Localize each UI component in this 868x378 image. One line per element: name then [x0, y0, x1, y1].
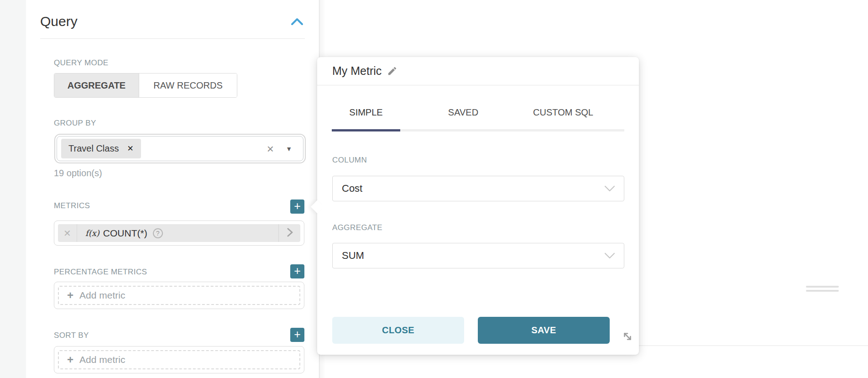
active-tab-indicator	[332, 129, 400, 131]
section-header-divider	[40, 38, 305, 39]
chart-builder-screen: Query QUERY MODE AGGREGATE RAW RECORDS G…	[0, 0, 868, 378]
popover-resize-handle[interactable]	[621, 331, 634, 344]
chart-area-divider	[638, 345, 868, 346]
column-select[interactable]: Cost	[332, 176, 624, 201]
group-by-chip[interactable]: Travel Class ✕	[61, 139, 141, 158]
plus-icon: +	[294, 200, 301, 212]
diagonal-resize-icon	[622, 331, 633, 344]
add-metric-button[interactable]: +	[290, 200, 304, 214]
metric-expand-button[interactable]	[278, 224, 300, 242]
percentage-metrics-control: + Add metric	[54, 282, 304, 309]
tab-custom-sql[interactable]: CUSTOM SQL	[518, 107, 609, 122]
chevron-up-icon	[291, 17, 303, 28]
plus-icon: +	[67, 289, 73, 302]
group-by-options-hint: 19 option(s)	[54, 168, 102, 178]
metrics-control: ✕ f(x) COUNT(*) ?	[54, 220, 304, 246]
aggregate-value: SUM	[342, 250, 364, 262]
chevron-down-icon	[604, 185, 616, 192]
tab-saved[interactable]: SAVED	[429, 107, 497, 122]
pane-drag-handle-line[interactable]	[806, 290, 839, 292]
query-mode-raw-records-button[interactable]: RAW RECORDS	[139, 74, 237, 97]
chevron-right-icon	[286, 227, 293, 240]
group-by-select[interactable]: Travel Class ✕ × ▼	[57, 136, 303, 161]
edit-pencil-icon[interactable]	[387, 66, 397, 76]
popover-arrow	[311, 200, 324, 213]
select-clear-icon[interactable]: ×	[267, 143, 274, 155]
close-button[interactable]: CLOSE	[332, 317, 464, 344]
column-value: Cost	[342, 183, 362, 194]
chip-remove-icon[interactable]: ✕	[127, 144, 133, 153]
add-metric-placeholder: Add metric	[79, 290, 125, 301]
add-metric-placeholder: Add metric	[79, 354, 125, 365]
sort-by-label: SORT BY	[54, 331, 89, 340]
sort-by-add-dropzone[interactable]: + Add metric	[58, 350, 300, 369]
popover-header: My Metric	[317, 57, 639, 85]
metrics-label: METRICS	[54, 201, 90, 210]
plus-icon: +	[294, 328, 301, 341]
help-icon[interactable]: ?	[153, 228, 163, 238]
collapse-section-button[interactable]	[289, 16, 305, 29]
metric-name: My Metric	[332, 64, 382, 78]
metric-pill[interactable]: ✕ f(x) COUNT(*) ?	[58, 224, 300, 242]
save-button[interactable]: SAVE	[478, 317, 610, 344]
select-caret-icon[interactable]: ▼	[286, 145, 292, 152]
tab-simple[interactable]: SIMPLE	[332, 107, 400, 122]
query-section-title: Query	[40, 14, 78, 29]
aggregate-select[interactable]: SUM	[332, 243, 624, 268]
add-sort-by-button[interactable]: +	[290, 328, 304, 342]
chip-label: Travel Class	[68, 143, 119, 154]
query-mode-label: QUERY MODE	[54, 58, 109, 68]
plus-icon: +	[67, 353, 73, 366]
plus-icon: +	[294, 264, 301, 277]
pane-drag-handle-line[interactable]	[806, 286, 839, 288]
remove-metric-icon[interactable]: ✕	[58, 224, 77, 242]
left-gutter	[0, 0, 26, 378]
query-mode-toggle: AGGREGATE RAW RECORDS	[54, 73, 237, 98]
chevron-down-icon	[604, 252, 616, 259]
metric-expression: COUNT(*)	[103, 228, 147, 239]
percentage-metrics-label: PERCENTAGE METRICS	[54, 268, 147, 277]
metric-editor-popover: My Metric SIMPLE SAVED CUSTOM SQL COLUMN…	[317, 57, 639, 355]
percentage-metrics-add-dropzone[interactable]: + Add metric	[58, 286, 300, 305]
group-by-label: GROUP BY	[54, 119, 96, 128]
add-percentage-metric-button[interactable]: +	[290, 264, 304, 278]
column-label: COLUMN	[332, 156, 367, 165]
function-icon: f(x)	[85, 228, 99, 238]
query-mode-aggregate-button[interactable]: AGGREGATE	[54, 74, 139, 97]
sort-by-control: + Add metric	[54, 346, 304, 373]
aggregate-label: AGGREGATE	[332, 223, 382, 232]
